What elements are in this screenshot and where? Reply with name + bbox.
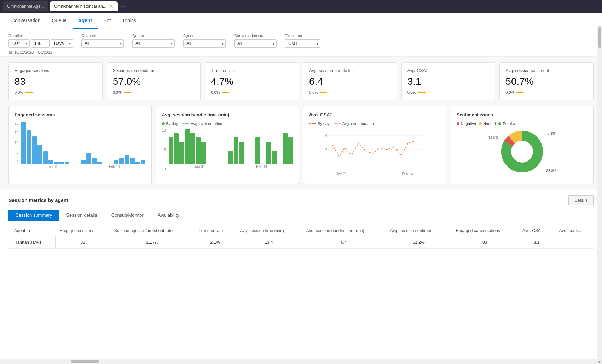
agent-select[interactable]: All <box>183 39 226 48</box>
kpi-value-2: 4.7% <box>211 76 293 87</box>
nav-tab-conversation[interactable]: Conversation <box>6 13 46 29</box>
kpi-card-transfer-rate: Transfer rate 4.7% 0.0% <box>205 62 299 100</box>
col-avg-handle-time: Avg. session handle time (min) <box>302 225 386 236</box>
engaged-sessions-x-labels: Jan 31 Feb 14 <box>21 165 145 169</box>
sub-tab-consult-monitor[interactable]: Consult/Monitor <box>104 210 151 221</box>
col-engaged-conversations: Engaged conversations <box>451 225 518 236</box>
positive-pct-label: 83.3% <box>546 169 556 173</box>
kpi-change-5: 0.0% <box>505 90 514 94</box>
scrollbar-bottom[interactable] <box>0 359 597 364</box>
session-metrics-title: Session metrics by agent <box>8 198 68 203</box>
negative-pct-label: 5.1% <box>548 131 556 135</box>
handle-time-bar <box>239 142 244 164</box>
donut-container: 5.1% 11.5% 83.3% <box>457 129 588 176</box>
cell-avg-session-handle-time: 6.4 <box>302 236 386 249</box>
col-agent: Agent ▲ <box>8 225 56 236</box>
agent-filter-label: Agent <box>183 34 226 38</box>
kpi-title-3: Avg. session handle ti... <box>309 68 391 73</box>
engaged-bar <box>141 160 145 164</box>
queue-select[interactable]: All <box>132 39 175 48</box>
scrollbar-down-arrow[interactable]: ▼ <box>597 360 602 364</box>
sentiment-legend: Negative Neutral Positive <box>457 122 588 126</box>
avg-csat-svg: 4 2 <box>309 129 440 171</box>
engaged-bar <box>48 160 53 164</box>
sub-tab-session-summary[interactable]: Session summary <box>8 210 59 221</box>
engaged-bar <box>27 130 31 164</box>
engaged-bar <box>37 145 42 164</box>
nav-tab-topics[interactable]: Topics <box>116 13 142 29</box>
nav-tab-agent[interactable]: Agent <box>73 13 98 29</box>
engaged-bar <box>97 162 102 164</box>
kpi-footer-3: 0.0% <box>309 90 391 94</box>
channel-select[interactable]: All <box>81 39 124 48</box>
engaged-bar <box>21 122 26 164</box>
scrollbar-thumb-bottom[interactable] <box>71 360 99 363</box>
handle-time-bar <box>288 137 293 164</box>
handle-time-bar <box>272 151 276 164</box>
conversation-status-label: Conversation status <box>234 34 277 38</box>
avg-handle-time-bars <box>169 129 293 164</box>
handle-time-bar <box>174 133 179 164</box>
chart-sentiment-zones-title: Sentiment zones <box>457 112 588 117</box>
engaged-bar <box>119 158 124 164</box>
kpi-value-1: 57.0% <box>113 76 195 87</box>
conversation-status-select[interactable]: All <box>234 39 277 48</box>
kpi-card-avg-handle-time: Avg. session handle ti... 6.4 0.0% <box>303 62 397 100</box>
kpi-change-0: 0.0% <box>15 90 23 94</box>
cell-avg-sentiment <box>555 236 594 249</box>
kpi-card-avg-sentiment: Avg. session sentiment 50.7% 0.0% <box>499 62 594 100</box>
engaged-bar <box>81 160 86 164</box>
avg-csat-legend: By day Avg. over duration <box>309 122 440 126</box>
table-header: Agent ▲ Engaged sessions Session rejecte… <box>8 225 594 236</box>
timezone-label: Timezone <box>285 34 320 38</box>
timezone-select[interactable]: GMT <box>285 39 320 48</box>
avg-csat-chart-area: 4 2 Jan 31 Feb 14 <box>309 129 440 178</box>
engaged-bar <box>59 162 64 164</box>
session-metrics-sub-tabs: Session summary Session details Consult/… <box>8 210 594 221</box>
scrollbar-thumb-right[interactable] <box>598 27 601 48</box>
duration-unit-select[interactable]: Days <box>51 39 73 48</box>
chart-avg-handle-time-title: Avg. session handle time (min) <box>162 112 293 117</box>
kpi-footer-2: 0.0% <box>211 90 293 94</box>
kpi-footer-0: 0.0% <box>15 90 97 94</box>
browser-tab-2[interactable]: Omnichannel historical an... ✕ <box>50 1 118 11</box>
kpi-card-sessions-rejected: Sessions rejected/time... 57.0% 0.0% <box>107 62 201 100</box>
engaged-sessions-y-axis: 20 15 10 5 0 <box>15 122 20 164</box>
kpi-bar-3 <box>320 92 327 93</box>
new-tab-button[interactable]: + <box>119 3 127 10</box>
conversation-status-filter: Conversation status All <box>234 34 277 48</box>
handle-time-bar <box>266 142 271 164</box>
close-tab2-icon[interactable]: ✕ <box>109 4 114 9</box>
sub-tab-availability[interactable]: Availability <box>151 210 186 221</box>
browser-tab-1[interactable]: Omnichannel Age... <box>3 1 48 11</box>
col-session-rejected: Session rejected/timed out rate <box>110 225 195 236</box>
svg-text:2: 2 <box>325 148 327 152</box>
donut-wrapper: 5.1% 11.5% 83.3% <box>499 129 545 176</box>
nav-tab-queue[interactable]: Queue <box>46 13 73 29</box>
nav-tab-bot[interactable]: Bot <box>98 13 116 29</box>
sort-icon-agent[interactable]: ▲ <box>28 229 31 233</box>
details-button[interactable]: Details <box>568 195 594 205</box>
col-avg-session-time: Avg. session time (min) <box>236 225 302 236</box>
handle-time-bar <box>255 137 260 164</box>
kpi-bar-0 <box>25 92 33 93</box>
handle-time-bar <box>190 133 195 164</box>
session-metrics-header: Session metrics by agent Details <box>8 195 594 205</box>
filters-bar: Duration Last Days <box>0 29 602 57</box>
table-row: Hannah Jarvis 83 11.7% 2.1% 13.4 6.4 51.… <box>8 236 594 249</box>
duration-value-input[interactable] <box>31 39 50 48</box>
cell-avg-csat: 3.1 <box>518 236 555 249</box>
duration-preset-select[interactable]: Last <box>8 39 30 48</box>
sub-tab-session-details[interactable]: Session details <box>59 210 104 221</box>
kpi-footer-4: 0.0% <box>407 90 490 94</box>
kpi-value-4: 3.1 <box>407 76 490 87</box>
engaged-bar <box>130 158 134 164</box>
kpi-bar-1 <box>124 92 131 93</box>
csat-legend-avg-dash <box>334 123 341 124</box>
neutral-dot <box>479 122 482 125</box>
duration-label: Duration <box>8 34 73 38</box>
kpi-value-3: 6.4 <box>309 76 391 87</box>
cell-avg-session-time: 13.4 <box>236 236 302 249</box>
engaged-bar <box>114 160 118 164</box>
scrollbar-right[interactable]: ▼ <box>597 25 602 364</box>
